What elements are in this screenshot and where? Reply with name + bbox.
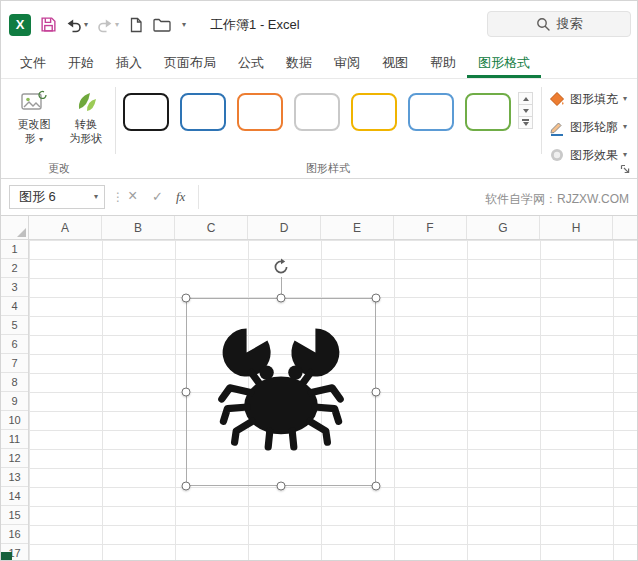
row-header[interactable]: 8 xyxy=(1,373,28,392)
change-shape-label-line2: 形 xyxy=(25,132,36,144)
column-header[interactable]: C xyxy=(175,216,248,239)
gallery-scrollbar xyxy=(518,93,533,129)
shape-effects-button[interactable]: 图形效果 ▾ xyxy=(549,145,627,165)
undo-button[interactable]: ▾ xyxy=(66,12,88,38)
ribbon-tab[interactable]: 视图 xyxy=(371,48,419,78)
quick-access-overflow-button[interactable]: ▾ xyxy=(180,12,186,38)
insert-function-icon[interactable]: fx xyxy=(176,189,185,205)
rotate-handle-icon[interactable] xyxy=(272,258,290,276)
column-header[interactable]: B xyxy=(102,216,175,239)
new-file-icon xyxy=(128,17,144,33)
row-header[interactable]: 1 xyxy=(1,240,28,259)
shape-style-swatch[interactable] xyxy=(351,93,397,131)
selection-handle-bottom-left[interactable] xyxy=(182,482,191,491)
ribbon-tab[interactable]: 审阅 xyxy=(323,48,371,78)
row-header[interactable]: 4 xyxy=(1,297,28,316)
select-all-triangle-icon xyxy=(17,228,26,237)
change-shape-label-line1: 更改图 xyxy=(18,117,51,131)
ribbon-tab[interactable]: 页面布局 xyxy=(153,48,227,78)
row-header[interactable]: 2 xyxy=(1,259,28,278)
titlebar: X ▾ ▾ xyxy=(1,1,637,48)
column-header[interactable]: D xyxy=(248,216,321,239)
convert-to-shape-icon xyxy=(73,85,99,117)
excel-window: X ▾ ▾ xyxy=(0,0,638,561)
row-header[interactable]: 12 xyxy=(1,449,28,468)
save-icon xyxy=(40,16,57,33)
chevron-down-icon: ▾ xyxy=(115,21,119,29)
shape-effects-icon xyxy=(549,147,565,163)
search-label: 搜索 xyxy=(557,15,583,33)
column-header[interactable]: F xyxy=(394,216,467,239)
row-header[interactable]: 9 xyxy=(1,392,28,411)
cancel-icon[interactable]: × xyxy=(128,187,137,205)
column-header[interactable]: E xyxy=(321,216,394,239)
group-divider xyxy=(541,87,542,154)
selection-handle-top-left[interactable] xyxy=(182,294,191,303)
save-button[interactable] xyxy=(40,12,57,38)
dialog-launcher-icon[interactable] xyxy=(619,161,633,175)
row-header[interactable]: 5 xyxy=(1,316,28,335)
enter-icon[interactable]: ✓ xyxy=(152,189,163,204)
name-box-value: 图形 6 xyxy=(19,188,56,206)
namebox-splitter[interactable]: ⋮ xyxy=(112,190,124,204)
crab-shape[interactable] xyxy=(201,311,361,471)
row-header[interactable]: 7 xyxy=(1,354,28,373)
search-box[interactable]: 搜索 xyxy=(487,11,631,37)
shape-style-gallery xyxy=(123,93,511,131)
ribbon-tab[interactable]: 数据 xyxy=(275,48,323,78)
ribbon-tab-bar: 文件开始插入页面布局公式数据审阅视图帮助图形格式 xyxy=(1,48,637,79)
search-icon xyxy=(536,17,550,31)
column-header-row: ABCDEFGH xyxy=(1,216,637,240)
row-header[interactable]: 6 xyxy=(1,335,28,354)
selection-handle-bottom-right[interactable] xyxy=(372,482,381,491)
selection-handle-top-center[interactable] xyxy=(277,294,286,303)
chevron-down-icon: ▾ xyxy=(39,135,43,144)
shape-fill-icon xyxy=(549,91,565,107)
row-header[interactable]: 11 xyxy=(1,430,28,449)
row-header[interactable]: 3 xyxy=(1,278,28,297)
ribbon-tab[interactable]: 文件 xyxy=(9,48,57,78)
shape-fill-button[interactable]: 图形填充 ▾ xyxy=(549,89,627,109)
ribbon-tab[interactable]: 公式 xyxy=(227,48,275,78)
shape-style-swatch[interactable] xyxy=(294,93,340,131)
shape-style-swatch[interactable] xyxy=(180,93,226,131)
redo-button[interactable]: ▾ xyxy=(97,12,119,38)
selection-handle-middle-left[interactable] xyxy=(182,388,191,397)
chevron-down-icon: ▾ xyxy=(623,95,627,103)
selection-handle-middle-right[interactable] xyxy=(372,388,381,397)
column-header[interactable]: A xyxy=(29,216,102,239)
convert-to-shape-button[interactable]: 转换 为形状 xyxy=(61,85,111,157)
ribbon-tab[interactable]: 开始 xyxy=(57,48,105,78)
row-header[interactable]: 15 xyxy=(1,506,28,525)
shape-style-swatch[interactable] xyxy=(465,93,511,131)
row-header[interactable]: 16 xyxy=(1,525,28,544)
shape-effects-label: 图形效果 xyxy=(570,147,618,164)
open-folder-button[interactable] xyxy=(153,12,171,38)
row-header[interactable]: 14 xyxy=(1,487,28,506)
shape-style-swatch[interactable] xyxy=(408,93,454,131)
selection-handle-bottom-center[interactable] xyxy=(277,482,286,491)
change-shape-icon xyxy=(21,85,47,117)
chevron-down-icon: ▾ xyxy=(84,21,88,29)
column-header[interactable]: G xyxy=(467,216,540,239)
name-box[interactable]: 图形 6 ▾ xyxy=(9,185,105,209)
shape-style-swatch[interactable] xyxy=(123,93,169,131)
selection-handle-top-right[interactable] xyxy=(372,294,381,303)
shape-outline-button[interactable]: 图形轮廓 ▾ xyxy=(549,117,627,137)
group-label-shape-styles: 图形样式 xyxy=(123,161,533,176)
rotate-handle-connector xyxy=(281,277,282,295)
chevron-down-icon: ▾ xyxy=(182,21,186,29)
change-shape-button[interactable]: 更改图 形 ▾ xyxy=(9,85,59,157)
gallery-more-button[interactable] xyxy=(518,116,533,129)
ribbon-tab[interactable]: 帮助 xyxy=(419,48,467,78)
row-header[interactable]: 10 xyxy=(1,411,28,430)
column-header[interactable]: H xyxy=(540,216,613,239)
select-all-button[interactable] xyxy=(1,216,29,239)
shape-style-swatch[interactable] xyxy=(237,93,283,131)
shape-outline-icon xyxy=(549,119,565,136)
row-header[interactable]: 13 xyxy=(1,468,28,487)
ribbon-tab[interactable]: 插入 xyxy=(105,48,153,78)
excel-app-icon[interactable]: X xyxy=(9,14,31,36)
ribbon-tab[interactable]: 图形格式 xyxy=(467,48,541,78)
new-file-button[interactable] xyxy=(128,12,144,38)
